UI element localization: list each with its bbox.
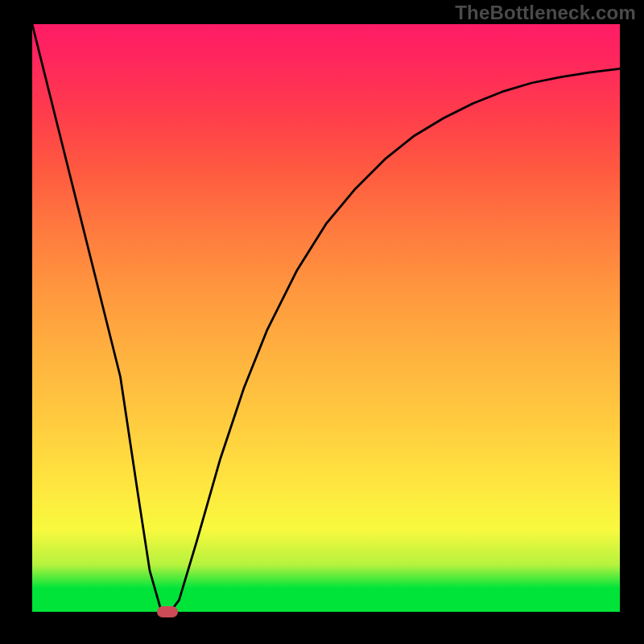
watermark-text: TheBottleneck.com	[455, 2, 636, 24]
curve-svg	[32, 24, 620, 612]
bottleneck-marker	[157, 606, 178, 617]
chart-frame: TheBottleneck.com	[0, 0, 644, 644]
plot-area	[32, 24, 620, 612]
bottleneck-curve	[32, 24, 620, 612]
